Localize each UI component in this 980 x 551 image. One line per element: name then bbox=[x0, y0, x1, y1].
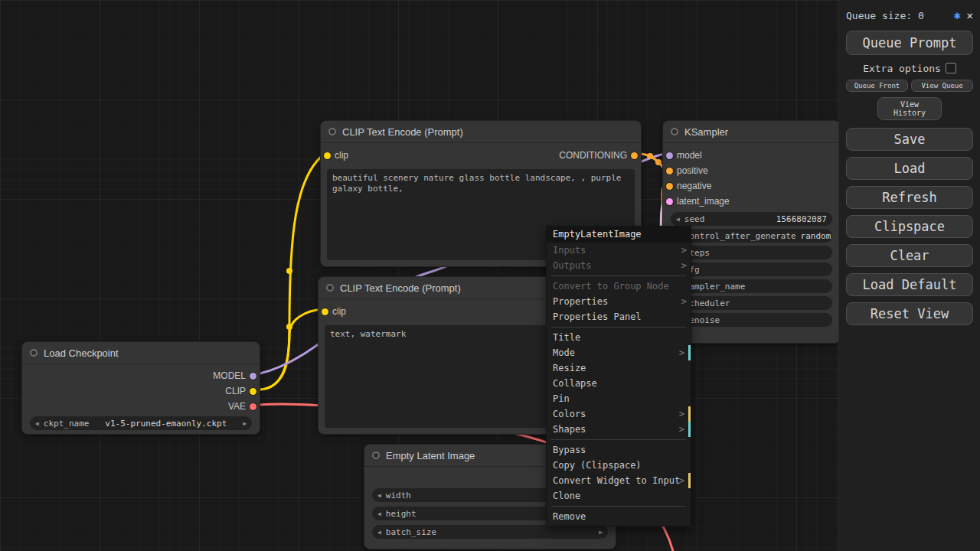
widget-label: batch_size bbox=[386, 527, 436, 537]
menu-item-copy-clipspace[interactable]: Copy (Clipspace) bbox=[547, 458, 691, 473]
collapse-dot-icon[interactable] bbox=[372, 452, 380, 459]
menu-item-title[interactable]: Title bbox=[547, 330, 691, 345]
menu-item-collapse[interactable]: Collapse bbox=[547, 376, 691, 391]
collapse-dot-icon[interactable] bbox=[30, 349, 38, 357]
wire-midpoint-dot[interactable] bbox=[286, 324, 292, 330]
seed-widget[interactable]: ◀ seed 1566802087 bbox=[671, 212, 832, 226]
close-icon[interactable]: ✕ bbox=[967, 9, 973, 21]
reset-view-button[interactable]: Reset View bbox=[846, 302, 973, 325]
menu-item-convert-to-group-node[interactable]: Convert to Group Node bbox=[547, 279, 691, 294]
widget-label: control_after_generate bbox=[684, 231, 796, 241]
menu-item-mode[interactable]: Mode > bbox=[547, 345, 691, 360]
collapse-dot-icon[interactable] bbox=[671, 128, 678, 135]
load-button[interactable]: Load bbox=[846, 157, 973, 180]
menu-item-inputs[interactable]: Inputs > bbox=[547, 243, 691, 258]
prev-arrow-icon[interactable]: ◀ bbox=[377, 510, 381, 517]
output-label: CONDITIONING bbox=[559, 150, 627, 161]
next-arrow-icon[interactable]: ▶ bbox=[243, 420, 247, 427]
load-default-button[interactable]: Load Default bbox=[846, 273, 973, 296]
clip-output-port[interactable] bbox=[250, 388, 256, 395]
menu-item-properties-panel[interactable]: Properties Panel bbox=[547, 309, 691, 324]
latent-image-input-port[interactable] bbox=[666, 198, 673, 205]
menu-item-properties[interactable]: Properties > bbox=[547, 294, 691, 309]
submenu-arrow-icon: > bbox=[679, 406, 684, 422]
collapse-dot-icon[interactable] bbox=[326, 284, 334, 292]
menu-item-shapes[interactable]: Shapes > bbox=[547, 422, 691, 437]
submenu-arrow-icon: > bbox=[681, 294, 687, 309]
queue-prompt-button[interactable]: Queue Prompt bbox=[846, 31, 973, 55]
input-label: clip bbox=[332, 306, 346, 317]
node-title: Load Checkpoint bbox=[44, 347, 119, 359]
menu-item-clone[interactable]: Clone bbox=[547, 488, 691, 504]
extra-options-label: Extra options bbox=[863, 63, 941, 74]
menu-item-remove[interactable]: Remove bbox=[547, 509, 691, 524]
submenu-arrow-icon: > bbox=[681, 243, 687, 258]
extra-options-checkbox[interactable] bbox=[946, 63, 956, 73]
menu-item-pin[interactable]: Pin bbox=[547, 391, 691, 406]
wire-clip-to-encode1[interactable] bbox=[260, 154, 325, 390]
menu-separator bbox=[551, 276, 686, 276]
queue-front-button[interactable]: Queue Front bbox=[846, 80, 908, 92]
node-header[interactable]: Load Checkpoint bbox=[22, 342, 260, 364]
input-label: latent_image bbox=[677, 196, 730, 207]
view-queue-button[interactable]: View Queue bbox=[911, 80, 973, 92]
batch-size-widget[interactable]: ◀ batch_size ▶ bbox=[372, 525, 608, 539]
output-label: VAE bbox=[228, 401, 246, 412]
menu-item-outputs[interactable]: Outputs > bbox=[547, 258, 691, 273]
node-header[interactable]: KSampler bbox=[663, 121, 840, 143]
wire-clip-to-encode2[interactable] bbox=[260, 309, 325, 390]
node-graph-canvas[interactable]: CLIP Text Encode (Prompt) clip CONDITION… bbox=[0, 0, 980, 551]
comfy-menu-panel: Queue size: 0 ✱ ✕ Queue Prompt Extra opt… bbox=[838, 0, 980, 551]
conditioning-output-port[interactable] bbox=[631, 152, 638, 159]
input-label: positive bbox=[677, 165, 708, 176]
ckpt-name-widget[interactable]: ◀ ckpt_name v1-5-pruned-emaonly.ckpt ▶ bbox=[30, 416, 252, 430]
input-label: model bbox=[677, 150, 702, 161]
collapse-dot-icon[interactable] bbox=[328, 128, 336, 135]
clear-button[interactable]: Clear bbox=[846, 244, 973, 267]
node-header[interactable]: CLIP Text Encode (Prompt) bbox=[321, 121, 641, 143]
menu-separator bbox=[551, 327, 686, 328]
queue-size-label: Queue size: 0 bbox=[846, 10, 948, 21]
wire-midpoint-dot[interactable] bbox=[647, 153, 653, 159]
clipspace-button[interactable]: Clipspace bbox=[846, 215, 973, 238]
prev-arrow-icon[interactable]: ◀ bbox=[377, 529, 381, 536]
prev-arrow-icon[interactable]: ◀ bbox=[676, 216, 680, 223]
model-output-port[interactable] bbox=[250, 373, 256, 380]
input-label: negative bbox=[677, 181, 711, 191]
widget-label: width bbox=[386, 491, 411, 500]
model-input-port[interactable] bbox=[666, 152, 673, 159]
menu-item-bypass[interactable]: Bypass bbox=[547, 442, 691, 458]
next-arrow-icon[interactable]: ▶ bbox=[599, 529, 603, 536]
menu-item-convert-widget-to-input[interactable]: Convert Widget to Input > bbox=[547, 473, 691, 488]
wire-midpoint-dot[interactable] bbox=[286, 268, 292, 274]
scheduler-widget[interactable]: ◀ scheduler bbox=[671, 296, 832, 310]
node-load-checkpoint[interactable]: Load Checkpoint MODEL CLIP VAE ◀ ckpt_na… bbox=[21, 341, 260, 435]
context-menu-title: EmptyLatentImage bbox=[547, 227, 691, 243]
steps-widget[interactable]: ◀ steps bbox=[671, 246, 832, 259]
context-menu: EmptyLatentImage Inputs > Outputs > Conv… bbox=[546, 226, 691, 527]
sampler-name-widget[interactable]: ◀ sampler_name bbox=[671, 279, 832, 293]
menu-separator bbox=[551, 439, 686, 440]
menu-item-resize[interactable]: Resize bbox=[547, 360, 691, 376]
control-after-generate-widget[interactable]: ◀ control_after_generate randomize bbox=[671, 229, 832, 243]
clip-input-port[interactable] bbox=[322, 308, 328, 315]
submenu-arrow-icon: > bbox=[679, 473, 684, 488]
refresh-button[interactable]: Refresh bbox=[846, 186, 973, 209]
save-button[interactable]: Save bbox=[846, 128, 973, 151]
negative-input-port[interactable] bbox=[666, 183, 673, 190]
vae-output-port[interactable] bbox=[250, 403, 256, 410]
positive-input-port[interactable] bbox=[666, 168, 673, 174]
view-history-button[interactable]: View History bbox=[877, 97, 942, 120]
submenu-arrow-icon: > bbox=[679, 422, 684, 437]
widget-label: seed bbox=[684, 214, 705, 224]
clip-input-port[interactable] bbox=[324, 152, 331, 159]
prev-arrow-icon[interactable]: ◀ bbox=[377, 492, 381, 499]
prev-arrow-icon[interactable]: ◀ bbox=[35, 420, 39, 427]
widget-label: ckpt_name bbox=[44, 419, 90, 429]
menu-item-colors[interactable]: Colors > bbox=[547, 406, 691, 422]
cfg-widget[interactable]: ◀ cfg bbox=[671, 262, 832, 276]
wire-midpoint-dot[interactable] bbox=[655, 159, 662, 165]
denoise-widget[interactable]: ◀ denoise bbox=[671, 313, 832, 327]
settings-gear-icon[interactable]: ✱ bbox=[954, 8, 961, 22]
output-label: MODEL bbox=[213, 370, 246, 381]
